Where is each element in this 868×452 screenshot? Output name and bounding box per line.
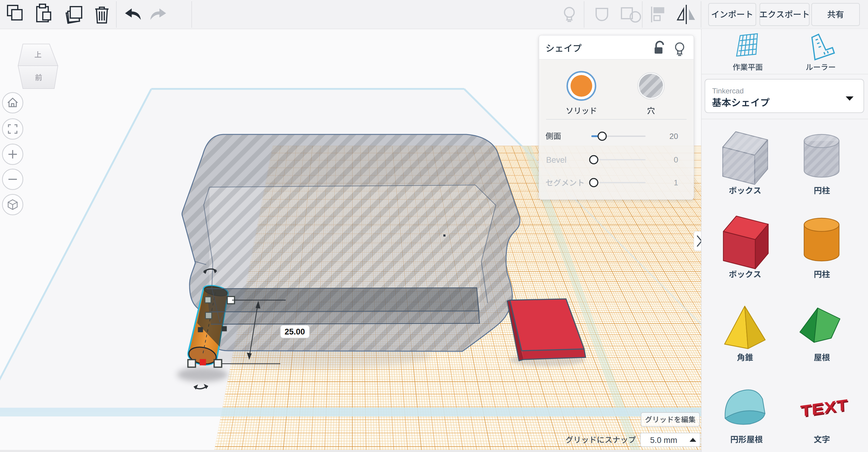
svg-text:Bevel: Bevel — [546, 156, 567, 164]
svg-text:0: 0 — [674, 155, 678, 164]
svg-text:20: 20 — [670, 132, 678, 141]
svg-text:25.00: 25.00 — [284, 327, 305, 336]
svg-text:5.0 mm: 5.0 mm — [650, 436, 677, 445]
svg-text:Tinkercad: Tinkercad — [712, 87, 744, 95]
svg-text:1: 1 — [674, 178, 678, 187]
